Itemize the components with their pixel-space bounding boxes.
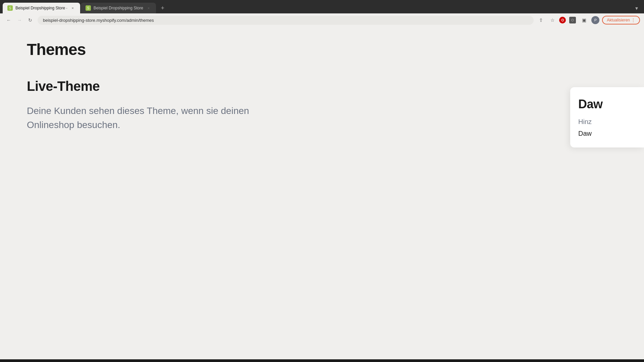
right-panel-title: Daw xyxy=(578,97,636,111)
content-area: Themes Live-Theme Deine Kunden sehen die… xyxy=(0,27,644,359)
extension-piece: ⬡ xyxy=(569,17,576,23)
tab-inactive[interactable]: S Beispiel Dropshipping Store × xyxy=(81,3,156,13)
right-panel: Daw Hinz Daw xyxy=(570,87,644,147)
url-bar[interactable]: beispiel-dropshipping-store.myshopify.co… xyxy=(38,16,534,25)
live-theme-description: Deine Kunden sehen dieses Theme, wenn si… xyxy=(27,104,275,132)
forward-button[interactable]: → xyxy=(15,15,24,25)
main-content: Themes Live-Theme Deine Kunden sehen die… xyxy=(0,27,644,359)
browser-chrome: S Beispiel Dropshipping Store · × S Beis… xyxy=(0,0,644,27)
profile-icon[interactable]: P xyxy=(591,15,600,25)
reload-button[interactable]: ↻ xyxy=(25,15,35,25)
right-panel-subtitle: Hinz xyxy=(578,118,636,126)
new-tab-button[interactable]: + xyxy=(158,3,167,13)
tab-expand-button[interactable]: ▾ xyxy=(632,3,641,13)
tab-close-1[interactable]: × xyxy=(70,5,75,11)
live-theme-heading: Live-Theme xyxy=(27,79,617,94)
tab-close-2[interactable]: × xyxy=(146,5,151,11)
split-btn-inner: ▣ xyxy=(581,17,587,23)
tab-label-1: Beispiel Dropshipping Store · xyxy=(15,6,67,10)
tab-active[interactable]: S Beispiel Dropshipping Store · × xyxy=(3,3,80,13)
opera-icon[interactable]: O xyxy=(559,17,566,23)
update-button-label: Aktualisieren xyxy=(607,18,630,22)
back-button[interactable]: ← xyxy=(4,15,13,25)
update-button[interactable]: Aktualisieren ⋮ xyxy=(602,16,640,24)
tab-favicon-2: S xyxy=(86,5,91,11)
url-text: beispiel-dropshipping-store.myshopify.co… xyxy=(43,18,154,23)
tab-favicon-1: S xyxy=(7,5,13,11)
profile-avatar: P xyxy=(591,16,599,24)
extensions-icon[interactable]: ⬡ xyxy=(568,15,577,25)
update-button-more: ⋮ xyxy=(631,18,635,22)
split-view-icon[interactable]: ▣ xyxy=(579,15,589,25)
share-icon[interactable]: ⇧ xyxy=(536,15,546,25)
right-panel-text: Daw xyxy=(578,130,636,137)
toolbar-right: ⇧ ☆ O ⬡ ▣ P Aktualisieren ⋮ xyxy=(536,15,640,25)
address-bar: ← → ↻ beispiel-dropshipping-store.myshop… xyxy=(0,13,644,27)
tab-bar: S Beispiel Dropshipping Store · × S Beis… xyxy=(0,0,644,13)
live-theme-section: Live-Theme Deine Kunden sehen dieses The… xyxy=(27,79,617,132)
tab-label-2: Beispiel Dropshipping Store xyxy=(94,6,143,10)
bookmark-icon[interactable]: ☆ xyxy=(548,15,557,25)
nav-buttons: ← → ↻ xyxy=(4,15,35,25)
page-title: Themes xyxy=(27,40,617,59)
